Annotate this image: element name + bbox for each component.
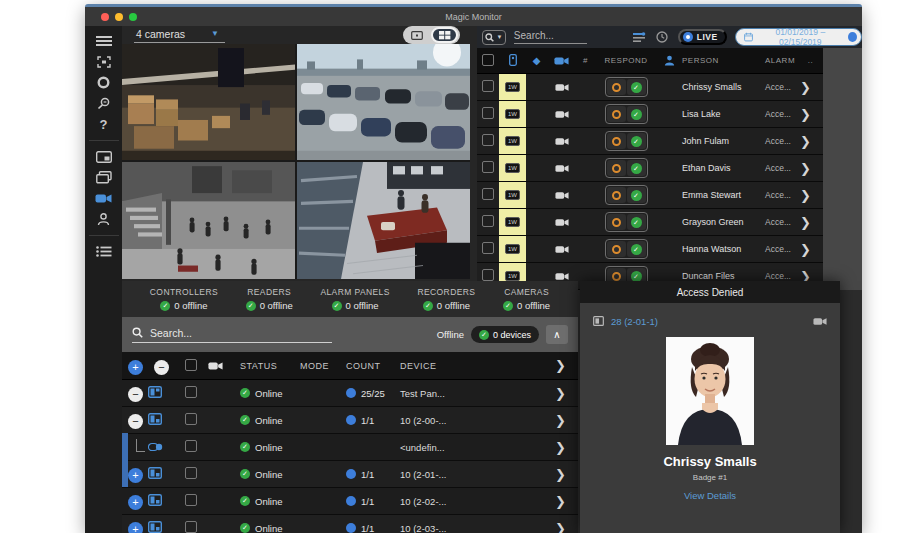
column-header-person[interactable]: PERSON	[682, 56, 765, 65]
row-checkbox[interactable]	[185, 521, 197, 533]
device-search-input[interactable]: Search...	[132, 327, 332, 343]
view-details-link[interactable]: View Details	[580, 490, 840, 501]
expand-row-button[interactable]: +	[128, 468, 143, 483]
device-row[interactable]: − Online 1/1 10 (2-00-... ❯	[122, 407, 578, 434]
chevron-right-icon[interactable]: ❯	[528, 386, 578, 401]
column-header-mode[interactable]: MODE	[300, 361, 346, 371]
chevron-right-icon[interactable]: ❯	[798, 134, 823, 149]
chevron-right-icon[interactable]: ❯	[528, 440, 578, 455]
chevron-right-icon[interactable]: ❯	[798, 188, 823, 203]
row-checkbox[interactable]	[482, 134, 494, 146]
sidebar-item-cameras[interactable]	[91, 188, 117, 209]
event-row[interactable]: 1W ✓ Hanna Watson Acce... ❯	[477, 236, 823, 263]
row-checkbox[interactable]	[482, 269, 494, 281]
chevron-right-icon[interactable]: ❯	[528, 494, 578, 509]
clear-button[interactable]: ✓	[627, 79, 646, 95]
device-row-child[interactable]: Online <undefin... ❯	[122, 434, 578, 461]
column-header-count[interactable]: COUNT	[346, 361, 400, 371]
column-header-alarm[interactable]: ALARM	[765, 56, 798, 65]
event-row[interactable]: 1W ✓ Lisa Lake Acce... ❯	[477, 101, 823, 128]
sidebar-item-media-library[interactable]	[91, 167, 117, 188]
event-row[interactable]: 1W ✓ Chrissy Smalls Acce... ❯	[477, 74, 823, 101]
chevron-right-icon[interactable]: ❯	[528, 521, 578, 533]
event-row[interactable]: 1W ✓ Emma Stewart Acce... ❯	[477, 182, 823, 209]
clear-button[interactable]: ✓	[627, 187, 646, 203]
column-header-status[interactable]: STATUS	[240, 361, 300, 371]
chevron-right-icon[interactable]: ❯	[528, 467, 578, 482]
device-row[interactable]: − Online 25/25 Test Pan... ❯	[122, 380, 578, 407]
event-row[interactable]: 1W ✓ John Fulam Acce... ❯	[477, 128, 823, 155]
acknowledge-button[interactable]	[607, 241, 626, 257]
live-toggle[interactable]: LIVE	[678, 29, 727, 45]
row-checkbox[interactable]	[185, 413, 197, 425]
acknowledge-button[interactable]	[607, 133, 626, 149]
collapse-all-button[interactable]: −	[154, 360, 169, 375]
expand-row-button[interactable]: +	[128, 495, 143, 510]
sidebar-item-record[interactable]	[91, 72, 117, 93]
chevron-right-icon[interactable]: ❯	[798, 242, 823, 257]
chevron-right-icon[interactable]: ❯	[528, 358, 578, 373]
clear-button[interactable]: ✓	[627, 160, 646, 176]
camera-feed-store[interactable]	[297, 162, 470, 279]
chevron-right-icon[interactable]: ❯	[798, 161, 823, 176]
column-header-device[interactable]: DEVICE	[400, 361, 528, 371]
chevron-right-icon[interactable]: ❯	[528, 413, 578, 428]
camera-feed-warehouse[interactable]	[122, 44, 295, 160]
acknowledge-button[interactable]	[607, 106, 626, 122]
chevron-right-icon[interactable]: ❯	[798, 215, 823, 230]
clear-button[interactable]: ✓	[627, 241, 646, 257]
expand-row-button[interactable]: +	[128, 522, 143, 533]
row-checkbox[interactable]	[185, 494, 197, 506]
history-button[interactable]	[656, 31, 668, 43]
camera-feed-parking-lot[interactable]	[297, 44, 470, 160]
sidebar-item-zoom-search[interactable]	[91, 93, 117, 114]
column-header-respond[interactable]: RESPOND	[595, 56, 657, 65]
acknowledge-button[interactable]	[607, 187, 626, 203]
sidebar-item-focus[interactable]	[91, 51, 117, 72]
acknowledge-button[interactable]	[607, 160, 626, 176]
sidebar-item-video-wall[interactable]	[91, 146, 117, 167]
expand-all-button[interactable]: +	[128, 360, 143, 375]
date-range-picker[interactable]: 01/01/2019 – 02/15/2019	[735, 28, 862, 46]
event-row[interactable]: 1W ✓ Ethan Davis Acce... ❯	[477, 155, 823, 182]
clear-button[interactable]: ✓	[627, 133, 646, 149]
row-checkbox[interactable]	[482, 161, 494, 173]
sidebar-item-event-list[interactable]	[91, 241, 117, 262]
row-checkbox[interactable]	[185, 440, 197, 452]
select-all-checkbox[interactable]	[185, 359, 197, 371]
chevron-right-icon[interactable]: ❯	[798, 80, 823, 95]
sidebar-item-menu[interactable]	[91, 30, 117, 51]
row-checkbox[interactable]	[185, 467, 197, 479]
row-checkbox[interactable]	[482, 107, 494, 119]
device-row[interactable]: + Online 1/1 10 (2-03-... ❯	[122, 515, 578, 533]
grid-view-button[interactable]	[431, 27, 458, 43]
row-checkbox[interactable]	[482, 242, 494, 254]
single-view-button[interactable]	[405, 29, 429, 42]
filter-button[interactable]	[633, 32, 646, 43]
column-header-more[interactable]: ..	[798, 56, 823, 65]
offline-devices-pill[interactable]: 0 devices	[471, 326, 539, 343]
sidebar-item-people[interactable]	[91, 209, 117, 230]
event-table-scrollbar[interactable]	[823, 48, 862, 290]
collapse-panel-button[interactable]: ∧	[546, 325, 568, 344]
collapse-row-button[interactable]: −	[128, 387, 143, 402]
device-row[interactable]: + Online 1/1 10 (2-02-... ❯	[122, 488, 578, 515]
search-scope-dropdown[interactable]: ▼	[482, 30, 506, 45]
row-checkbox[interactable]	[482, 215, 494, 227]
row-checkbox[interactable]	[482, 80, 494, 92]
chevron-right-icon[interactable]: ❯	[798, 107, 823, 122]
camera-icon[interactable]	[813, 317, 827, 326]
select-all-checkbox[interactable]	[482, 54, 494, 66]
column-header-number[interactable]: #	[576, 56, 595, 65]
event-row[interactable]: 1W ✓ Grayson Green Acce... ❯	[477, 209, 823, 236]
titlebar[interactable]: Magic Monitor	[85, 7, 862, 26]
clear-button[interactable]: ✓	[627, 106, 646, 122]
collapse-row-button[interactable]: −	[128, 414, 143, 429]
row-checkbox[interactable]	[185, 386, 197, 398]
event-reference-link[interactable]: 28 (2-01-1)	[611, 316, 658, 327]
clear-button[interactable]: ✓	[627, 214, 646, 230]
event-search-input[interactable]: Search...	[514, 30, 587, 44]
camera-feed-atrium[interactable]	[122, 162, 295, 279]
acknowledge-button[interactable]	[607, 214, 626, 230]
row-checkbox[interactable]	[482, 188, 494, 200]
